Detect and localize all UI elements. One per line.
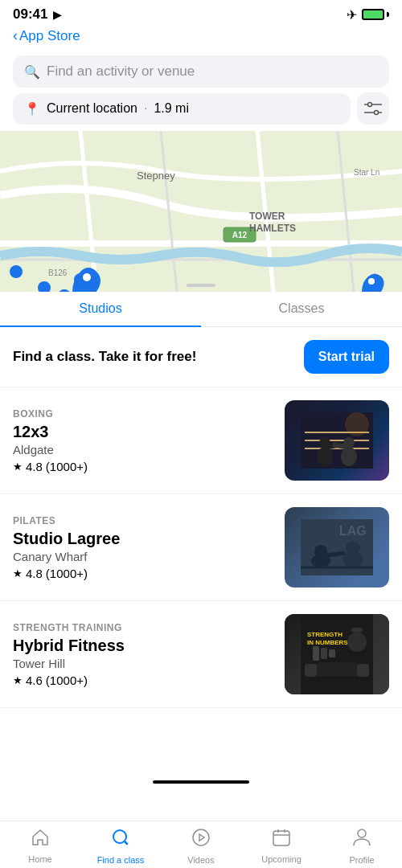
- location-text: Current location: [47, 101, 137, 116]
- svg-rect-61: [351, 628, 363, 632]
- tabs-container: Studios Classes: [0, 292, 402, 327]
- svg-point-22: [83, 273, 91, 281]
- studio-location: Canary Wharf: [13, 550, 275, 563]
- back-label: App Store: [19, 28, 80, 44]
- profile-icon: [353, 828, 371, 852]
- status-time: 09:41 ▶: [13, 6, 61, 23]
- location-separator: ·: [144, 101, 147, 116]
- nav-item-find-class[interactable]: Find a class: [80, 828, 161, 865]
- bottom-navigation: Home Find a class Videos U: [0, 821, 402, 868]
- svg-point-68: [358, 829, 366, 837]
- location-distance: 1.9 mi: [154, 101, 189, 116]
- studio-rating: ★ 4.8 (1000+): [13, 567, 275, 580]
- home-indicator: [0, 772, 402, 792]
- svg-rect-53: [317, 662, 357, 677]
- svg-rect-52: [357, 664, 369, 677]
- nav-label-upcoming: Upcoming: [261, 854, 302, 864]
- studio-name: Studio Lagree: [13, 530, 275, 548]
- svg-text:TOWER: TOWER: [249, 211, 285, 222]
- studio-category: STRENGTH TRAINING: [13, 622, 275, 633]
- svg-point-34: [317, 447, 333, 466]
- svg-rect-56: [329, 649, 335, 657]
- map-drag-handle[interactable]: [187, 284, 215, 287]
- svg-rect-49: [301, 614, 373, 694]
- status-icons: ✈: [347, 7, 389, 23]
- studio-location: Aldgate: [13, 443, 275, 457]
- star-icon: ★: [13, 567, 23, 579]
- battery-icon: [362, 9, 389, 20]
- studio-rating: ★ 4.8 (1000+): [13, 460, 275, 473]
- search-icon: 🔍: [24, 64, 40, 80]
- nav-label-home: Home: [28, 854, 51, 864]
- svg-text:Star Ln: Star Ln: [354, 168, 379, 177]
- nav-item-profile[interactable]: Profile: [322, 828, 402, 865]
- tab-studios[interactable]: Studios: [0, 292, 201, 327]
- location-container: 📍 Current location · 1.9 mi: [0, 92, 402, 131]
- svg-point-36: [341, 447, 357, 466]
- upcoming-icon: [273, 829, 290, 851]
- studio-image-boxing: [285, 400, 389, 481]
- studio-info-strength: STRENGTH TRAINING Hybrid Fitness Tower H…: [13, 622, 285, 687]
- search-input[interactable]: Find an activity or venue: [47, 63, 195, 80]
- svg-text:LAG: LAG: [339, 524, 367, 538]
- svg-line-39: [333, 444, 349, 448]
- studio-category: BOXING: [13, 408, 275, 420]
- studio-category: PILATES: [13, 515, 275, 526]
- trial-banner: Find a class. Take it for free! Start tr…: [0, 327, 402, 387]
- nav-item-upcoming[interactable]: Upcoming: [241, 829, 322, 864]
- svg-point-47: [346, 541, 360, 555]
- trial-text: Find a class. Take it for free!: [13, 349, 196, 365]
- svg-text:B126: B126: [48, 268, 68, 277]
- svg-rect-64: [273, 831, 289, 845]
- nav-label-find-class: Find a class: [97, 855, 145, 865]
- start-trial-button[interactable]: Start trial: [304, 340, 389, 374]
- star-icon: ★: [13, 674, 23, 686]
- map-view[interactable]: A12 Stepney TOWER HAMLETS B126 e St Star…: [0, 131, 402, 292]
- airplane-icon: ✈: [347, 7, 357, 23]
- home-icon: [31, 829, 50, 851]
- tab-classes[interactable]: Classes: [201, 292, 402, 326]
- studio-rating: ★ 4.6 (1000+): [13, 674, 275, 687]
- home-bar: [153, 780, 249, 784]
- location-arrow-icon: ▶: [53, 9, 61, 21]
- svg-text:HAMLETS: HAMLETS: [249, 223, 296, 234]
- svg-rect-55: [321, 648, 327, 659]
- studio-name: 12x3: [13, 423, 275, 441]
- star-icon: ★: [13, 461, 23, 473]
- studio-image-strength: STRENGTH IN NUMBERS: [285, 614, 389, 694]
- location-input-wrap[interactable]: 📍 Current location · 1.9 mi: [13, 93, 351, 125]
- studio-location: Tower Hill: [13, 657, 275, 670]
- back-chevron-icon: ‹: [13, 27, 18, 44]
- studio-info-boxing: BOXING 12x3 Aldgate ★ 4.8 (1000+): [13, 408, 285, 473]
- studio-card-boxing[interactable]: BOXING 12x3 Aldgate ★ 4.8 (1000+): [0, 387, 402, 494]
- svg-rect-54: [313, 646, 319, 661]
- nav-label-profile: Profile: [349, 855, 374, 865]
- filter-button[interactable]: [357, 92, 389, 125]
- videos-icon: [191, 828, 211, 852]
- nav-item-videos[interactable]: Videos: [161, 828, 241, 865]
- app-store-back-nav[interactable]: ‹ App Store: [0, 26, 402, 51]
- studio-card-pilates[interactable]: PILATES Studio Lagree Canary Wharf ★ 4.8…: [0, 494, 402, 601]
- svg-point-40: [345, 412, 369, 436]
- nav-label-videos: Videos: [187, 855, 214, 865]
- studio-name: Hybrid Fitness: [13, 637, 275, 655]
- svg-text:Stepney: Stepney: [137, 170, 175, 182]
- svg-text:A12: A12: [232, 231, 248, 240]
- search-container: 🔍 Find an activity or venue: [0, 51, 402, 92]
- studio-list: BOXING 12x3 Aldgate ★ 4.8 (1000+): [0, 387, 402, 708]
- svg-point-3: [375, 111, 379, 115]
- status-bar: 09:41 ▶ ✈: [0, 0, 402, 26]
- svg-text:IN NUMBERS: IN NUMBERS: [307, 639, 348, 646]
- location-pin-icon: 📍: [24, 101, 40, 117]
- search-input-wrap[interactable]: 🔍 Find an activity or venue: [13, 55, 389, 88]
- studio-info-pilates: PILATES Studio Lagree Canary Wharf ★ 4.8…: [13, 515, 285, 580]
- studio-card-strength[interactable]: STRENGTH TRAINING Hybrid Fitness Tower H…: [0, 601, 402, 708]
- studio-image-pilates: LAG: [285, 507, 389, 588]
- svg-point-29: [368, 278, 375, 285]
- svg-point-0: [368, 103, 372, 107]
- svg-point-19: [10, 265, 23, 278]
- svg-rect-51: [305, 664, 317, 677]
- find-class-icon: [111, 828, 130, 852]
- nav-item-home[interactable]: Home: [0, 829, 80, 864]
- svg-point-63: [193, 829, 209, 845]
